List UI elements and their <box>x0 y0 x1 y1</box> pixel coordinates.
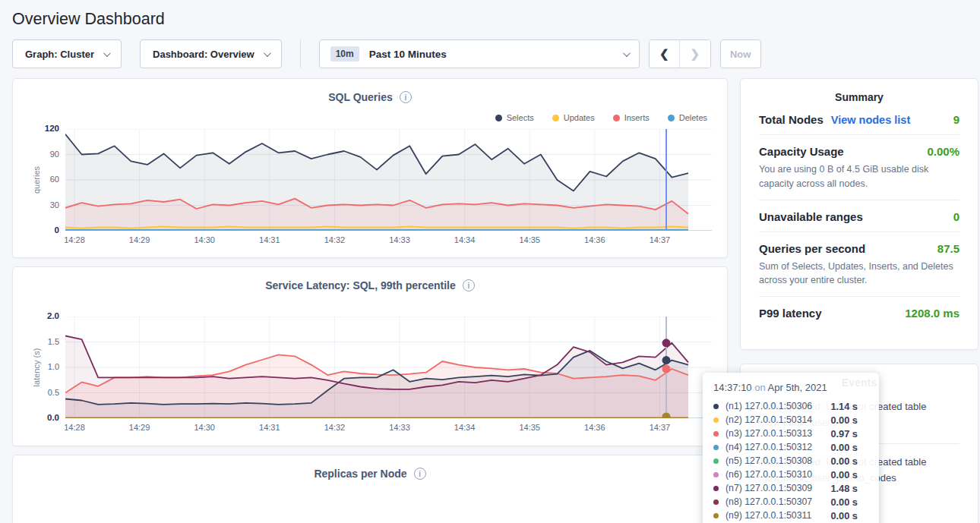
node-latency-value: 0.00 s <box>830 510 858 521</box>
node-dot-icon <box>713 499 719 505</box>
tooltip-date: Apr 5th, 2021 <box>768 382 827 393</box>
summary-row-capacity-usage: Capacity Usage 0.00% You are using 0 B o… <box>759 135 959 200</box>
tooltip-row: (n8) 127.0.0.1:503070.00 s <box>713 495 868 509</box>
summary-label: Unavailable ranges <box>759 210 863 223</box>
chevron-down-icon <box>103 49 111 57</box>
service-latency-chart[interactable] <box>65 317 712 418</box>
tooltip-row: (n5) 127.0.0.1:503080.00 s <box>713 454 868 468</box>
node-address: (n8) 127.0.0.1:50307 <box>726 496 812 507</box>
tooltip-timestamp: 14:37:10 on Apr 5th, 2021 <box>713 382 868 393</box>
chart-title: Service Latency: SQL, 99th percentile <box>265 279 456 291</box>
tooltip-row: (n4) 127.0.0.1:503120.00 s <box>713 440 868 454</box>
legend-label: Deletes <box>679 113 707 122</box>
legend-dot-icon <box>668 115 675 121</box>
summary-value: 9 <box>953 113 959 126</box>
y-axis-tick: 60 <box>29 175 59 184</box>
x-axis-tick: 14:29 <box>129 423 150 432</box>
tooltip-row: (n7) 127.0.0.1:503091.48 s <box>713 481 868 495</box>
sql-queries-legend: SelectsUpdatesInsertsDeletes <box>495 113 707 122</box>
summary-row-p99-latency: P99 latency 1208.0 ms <box>759 297 959 328</box>
legend-label: Inserts <box>624 113 650 122</box>
y-axis-tick: 1.5 <box>29 337 59 346</box>
time-range-badge: 10m <box>330 46 359 61</box>
x-axis-tick: 14:34 <box>454 423 476 432</box>
tooltip-row: (n1) 127.0.0.1:503061.14 s <box>713 399 868 413</box>
node-dot-icon <box>713 513 719 518</box>
y-axis-tick: 1.0 <box>29 362 59 371</box>
node-dot-icon <box>713 404 719 409</box>
dashboard-dropdown[interactable]: Dashboard: Overview <box>140 39 282 68</box>
node-latency-value: 0.00 s <box>830 442 858 453</box>
time-range-dropdown[interactable]: 10m Past 10 Minutes <box>319 39 640 68</box>
now-button[interactable]: Now <box>720 39 761 68</box>
page-title: Overview Dashboard <box>12 10 980 29</box>
chart-title: Replicas per Node <box>314 468 406 480</box>
replicas-title-row: Replicas per Node i <box>13 455 727 480</box>
service-latency-panel: Service Latency: SQL, 99th percentile i … <box>12 266 728 446</box>
service-latency-title-row: Service Latency: SQL, 99th percentile i <box>13 267 727 291</box>
legend-item-inserts[interactable]: Inserts <box>613 113 650 122</box>
legend-item-updates[interactable]: Updates <box>552 113 595 122</box>
graph-dropdown-label: Graph: Cluster <box>25 49 94 60</box>
summary-label: Capacity Usage <box>759 145 844 158</box>
x-axis-tick: 14:31 <box>259 423 280 432</box>
info-icon[interactable]: i <box>414 468 426 480</box>
x-axis-tick: 14:36 <box>584 423 605 432</box>
sql-queries-chart[interactable] <box>65 129 712 231</box>
node-address: (n6) 127.0.0.1:50310 <box>726 469 812 480</box>
summary-value: 87.5 <box>937 242 959 255</box>
x-axis-tick: 14:28 <box>64 235 85 244</box>
node-latency-value: 1.14 s <box>830 401 858 412</box>
y-axis-tick: 0 <box>29 225 59 235</box>
tooltip-row: (n3) 127.0.0.1:503130.97 s <box>713 427 868 440</box>
tooltip-conjunction: on <box>754 382 767 393</box>
time-range-label: Past 10 Minutes <box>369 49 447 60</box>
view-nodes-list-link[interactable]: View nodes list <box>831 114 911 126</box>
info-icon[interactable]: i <box>463 279 475 291</box>
summary-row-unavailable-ranges: Unavailable ranges 0 <box>759 200 959 232</box>
node-address: (n4) 127.0.0.1:50312 <box>726 442 812 452</box>
sql-queries-plot: queries 030609012014:2814:2914:3014:3114… <box>65 129 712 231</box>
y-axis-tick: 30 <box>29 200 59 210</box>
charts-column: SQL Queries i SelectsUpdatesInsertsDelet… <box>12 78 728 523</box>
tooltip-row: (n2) 127.0.0.1:503140.00 s <box>713 413 868 427</box>
service-latency-plot: latency (s) 0.00.51.01.52.014:2814:2914:… <box>65 317 712 418</box>
tooltip-row: (n9) 127.0.0.1:503110.00 s <box>713 509 868 522</box>
controls-divider <box>300 39 301 68</box>
time-next-button[interactable]: ❯ <box>680 40 710 68</box>
legend-dot-icon <box>552 115 559 121</box>
chevron-down-icon <box>623 49 631 57</box>
node-address: (n9) 127.0.0.1:50311 <box>726 510 811 521</box>
chart-hover-tooltip: 14:37:10 on Apr 5th, 2021 (n1) 127.0.0.1… <box>703 373 879 523</box>
node-address: (n7) 127.0.0.1:50309 <box>726 483 812 493</box>
legend-item-deletes[interactable]: Deletes <box>668 113 707 122</box>
x-axis-tick: 14:28 <box>64 423 85 432</box>
time-pager: ❮ ❯ <box>649 39 711 68</box>
x-axis-tick: 14:30 <box>194 235 215 244</box>
chart-title: SQL Queries <box>328 91 393 103</box>
x-axis-tick: 14:32 <box>324 423 346 432</box>
node-latency-value: 0.00 s <box>830 469 858 480</box>
x-axis-tick: 14:37 <box>650 423 671 432</box>
x-axis-tick: 14:29 <box>129 235 150 244</box>
y-axis-tick: 0.5 <box>29 388 59 397</box>
x-axis-tick: 14:35 <box>519 235 540 244</box>
summary-row-queries-per-second: Queries per second 87.5 Sum of Selects, … <box>759 232 959 298</box>
summary-label: Total Nodes <box>759 113 824 126</box>
summary-description: You are using 0 B of 4.5 GiB usable disk… <box>759 162 959 191</box>
y-axis-tick: 2.0 <box>29 311 59 320</box>
y-axis-tick: 0.0 <box>29 413 59 422</box>
node-dot-icon <box>713 486 719 491</box>
graph-dropdown[interactable]: Graph: Cluster <box>12 39 122 68</box>
node-latency-value: 0.00 s <box>830 496 858 508</box>
y-axis-tick: 120 <box>29 124 59 133</box>
time-prev-button[interactable]: ❮ <box>650 40 680 68</box>
legend-item-selects[interactable]: Selects <box>495 113 534 122</box>
legend-label: Updates <box>564 113 595 122</box>
tooltip-row: (n6) 127.0.0.1:503100.00 s <box>713 468 868 481</box>
node-dot-icon <box>713 431 719 436</box>
node-address: (n3) 127.0.0.1:50313 <box>726 428 812 439</box>
node-latency-value: 1.48 s <box>830 483 858 494</box>
info-icon[interactable]: i <box>400 91 412 103</box>
summary-panel: Summary Total Nodes View nodes list 9 Ca… <box>740 78 978 350</box>
